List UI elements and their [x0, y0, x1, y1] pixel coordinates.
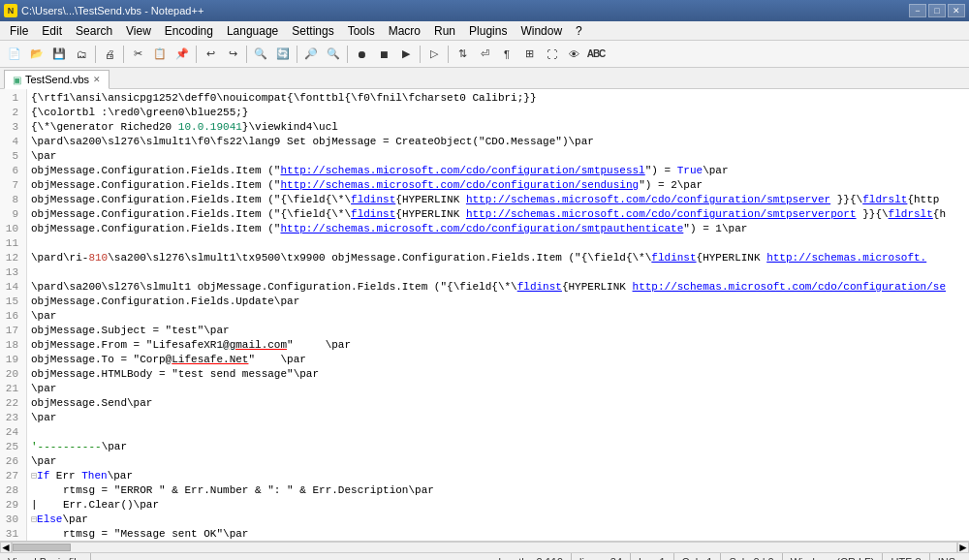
close-button[interactable]: ✕	[948, 4, 965, 17]
macro-play-button[interactable]: ▶	[395, 44, 417, 65]
toolbar-sep5	[297, 46, 297, 63]
save-all-button[interactable]: 🗂	[71, 44, 92, 65]
tab-close-button[interactable]: ✕	[93, 75, 101, 84]
toolbar-sep8	[448, 46, 449, 63]
synced-scroll-button[interactable]: ⇅	[452, 44, 473, 65]
find-button[interactable]: 🔍	[250, 44, 271, 65]
scroll-right-button[interactable]: ►	[957, 542, 969, 553]
status-lines: lines : 34	[572, 553, 631, 560]
menu-bar: File Edit Search View Encoding Language …	[0, 21, 969, 41]
save-button[interactable]: 💾	[48, 44, 70, 65]
indent-guide-button[interactable]: ⊞	[518, 44, 540, 65]
menu-macro[interactable]: Macro	[383, 21, 426, 40]
code-area[interactable]: {\rtf1\ansi\ansicpg1252\deff0\nouicompat…	[27, 89, 969, 541]
status-length: length : 2,119	[490, 553, 572, 560]
fullscreen-button[interactable]: ⛶	[541, 44, 562, 65]
status-ins: INS	[930, 553, 963, 560]
toolbar-sep2	[123, 46, 124, 63]
undo-button[interactable]: ↩	[200, 44, 221, 65]
menu-window[interactable]: Window	[515, 21, 568, 40]
menu-tools[interactable]: Tools	[342, 21, 381, 40]
spell-button[interactable]: ABC	[585, 44, 607, 65]
word-wrap-button[interactable]: ⏎	[474, 44, 495, 65]
minimize-button[interactable]: −	[909, 4, 926, 17]
title-bar: N C:\Users\...\TestSend.vbs - Notepad++ …	[0, 0, 969, 21]
tab-icon: ▣	[13, 75, 21, 85]
print-button[interactable]: 🖨	[99, 44, 120, 65]
line-numbers: 1234567891011121314151617181920212223242…	[0, 89, 27, 541]
macro-record-button[interactable]: ⏺	[351, 44, 372, 65]
app-icon: N	[4, 4, 17, 17]
maximize-button[interactable]: □	[928, 4, 946, 17]
open-button[interactable]: 📂	[26, 44, 47, 65]
new-button[interactable]: 📄	[4, 44, 25, 65]
menu-help[interactable]: ?	[570, 21, 588, 40]
menu-file[interactable]: File	[4, 21, 34, 40]
toolbar-sep1	[95, 46, 96, 63]
menu-language[interactable]: Language	[221, 21, 284, 40]
toolbar-sep4	[246, 46, 247, 63]
menu-search[interactable]: Search	[70, 21, 118, 40]
copy-button[interactable]: 📋	[149, 44, 171, 65]
focus-mode-button[interactable]: 👁	[563, 44, 584, 65]
scroll-track[interactable]	[12, 542, 957, 553]
toolbar-sep7	[420, 46, 421, 63]
menu-edit[interactable]: Edit	[36, 21, 68, 40]
replace-button[interactable]: 🔄	[272, 44, 294, 65]
cut-button[interactable]: ✂	[127, 44, 148, 65]
menu-view[interactable]: View	[120, 21, 157, 40]
all-chars-button[interactable]: ¶	[496, 44, 517, 65]
scroll-left-button[interactable]: ◄	[0, 542, 12, 553]
toolbar-sep3	[196, 46, 197, 63]
horizontal-scrollbar[interactable]: ◄ ►	[0, 541, 969, 552]
zoom-out-button[interactable]: 🔍	[323, 44, 344, 65]
run-button[interactable]: ▷	[423, 44, 445, 65]
tab-label: TestSend.vbs	[25, 74, 89, 85]
menu-settings[interactable]: Settings	[286, 21, 339, 40]
tab-bar: ▣ TestSend.vbs ✕	[0, 68, 969, 89]
tab-testsend[interactable]: ▣ TestSend.vbs ✕	[4, 70, 109, 89]
status-bar: Visual Basic file length : 2,119 lines :…	[0, 552, 969, 560]
redo-button[interactable]: ↪	[222, 44, 243, 65]
toolbar: 📄 📂 💾 🗂 🖨 ✂ 📋 📌 ↩ ↪ 🔍 🔄 🔎 🔍 ⏺ ⏹ ▶ ▷ ⇅ ⏎ …	[0, 41, 969, 68]
status-ln: Ln : 1	[631, 553, 674, 560]
editor-container: 1234567891011121314151617181920212223242…	[0, 89, 969, 541]
zoom-in-button[interactable]: 🔎	[300, 44, 322, 65]
macro-stop-button[interactable]: ⏹	[373, 44, 394, 65]
window-title: C:\Users\...\TestSend.vbs - Notepad++	[21, 5, 203, 16]
paste-button[interactable]: 📌	[172, 44, 193, 65]
toolbar-sep6	[347, 46, 348, 63]
scroll-thumb[interactable]	[13, 544, 71, 551]
status-eol: Windows (CR LF)	[783, 553, 884, 560]
status-filetype: Visual Basic file	[6, 553, 91, 560]
status-encoding: UTF-8	[883, 553, 929, 560]
menu-plugins[interactable]: Plugins	[463, 21, 513, 40]
menu-run[interactable]: Run	[428, 21, 461, 40]
status-col: Col : 1	[674, 553, 722, 560]
menu-encoding[interactable]: Encoding	[159, 21, 219, 40]
status-sel: Sel : 0 | 0	[721, 553, 782, 560]
